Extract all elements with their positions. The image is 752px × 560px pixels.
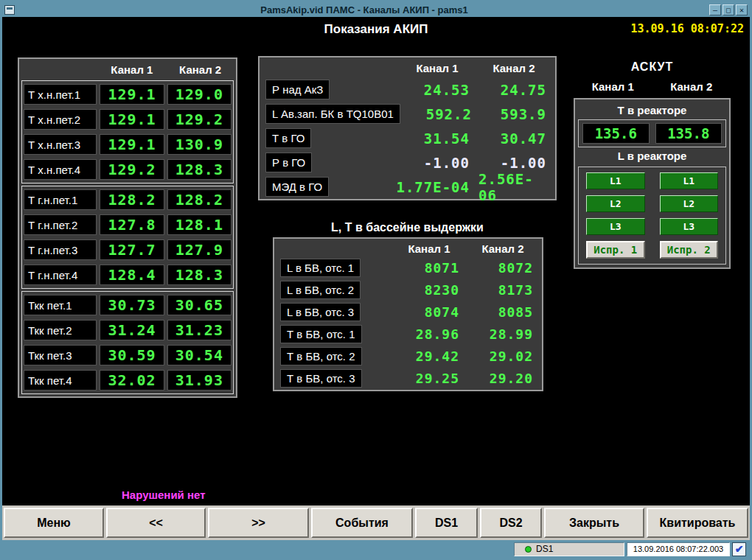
row-label: Ткк пет.2 [24,320,97,340]
loop-temps-header: Канал 1 Канал 2 [19,59,236,79]
tkk-group: Ткк пет.1 30.73 30.65 Ткк пет.2 31.24 31… [21,291,234,394]
value-ch1: 8074 [396,303,462,321]
back-button[interactable]: << [106,508,206,538]
row-label: L в БВ, отс. 2 [280,281,361,299]
value-ch2: 128.3 [167,265,231,285]
value-ch1: 30.73 [100,295,164,315]
table-row: Т х.н.пет.3 129.1 130.9 [23,132,232,157]
value-ch2: 30.47 [478,128,549,148]
forward-button[interactable]: >> [208,508,309,538]
row-label: Т г.н.пет.3 [24,239,97,260]
value-ch1: 129.1 [100,134,164,155]
row-label: Т в БВ, отс. 2 [280,347,362,365]
value-ch1: 31.54 [402,128,473,148]
row-label: L Ав.зап. БК в TQ10B01 [265,104,400,124]
value-ch2: 30.65 [167,295,231,315]
cold-leg-group: Т х.н.пет.1 129.1 129.0 Т х.н.пет.2 129.… [21,80,234,183]
row-label: Т х.н.пет.4 [24,159,97,180]
l3-channel1-button[interactable]: L3 [586,218,645,235]
value-ch2: 2.56E-06 [478,177,549,197]
table-row: Т х.н.пет.4 129.2 128.3 [23,157,232,182]
value-ch1: 128.2 [100,189,164,210]
acknowledge-button[interactable]: Квитировать [647,508,748,538]
table-row: L в БВ, отс. 3 8074 8085 [274,301,542,323]
l1-channel1-button[interactable]: L1 [586,172,645,189]
ds1-indicator: DS1 [514,542,624,556]
value-ch1: 1.77E-04 [361,177,473,197]
row-label: Р в ГО [265,153,312,172]
row-label: МЭД в ГО [265,177,329,197]
l2-channel2-button[interactable]: L2 [660,195,719,212]
value-ch2: -1.00 [478,153,549,172]
statusbar: DS1 13.09.2016 08:07:22.003 ✔ [2,540,750,558]
maximize-button[interactable]: □ [723,4,734,15]
l1-channel2-button[interactable]: L1 [660,172,719,189]
ds1-label: DS1 [536,544,553,554]
minimize-button[interactable]: – [709,4,721,15]
value-ch1: 8230 [396,281,462,299]
table-row: Т г.н.пет.4 128.4 128.3 [23,262,232,287]
l3-channel2-button[interactable]: L3 [660,218,719,235]
column-header-ch1: Канал 1 [574,80,652,93]
ds2-button[interactable]: DS2 [480,508,542,538]
value-ch2: 28.99 [470,325,536,343]
value-ch2: 8072 [470,259,536,277]
value-ch1: 29.42 [396,347,462,365]
close-button[interactable]: ✕ [736,4,748,15]
row-label: L в БВ, отс. 3 [280,303,361,321]
loop-temps-panel: Канал 1 Канал 2 Т х.н.пет.1 129.1 129.0 … [18,57,237,398]
value-ch2: 31.93 [167,370,231,391]
row-label: Т в ГО [265,128,311,148]
pool-header: Канал 1 Канал 2 [274,239,542,257]
ds1-button[interactable]: DS1 [415,508,478,538]
value-ch2: 127.9 [167,239,231,260]
params-panel: Канал 1 Канал 2 Р над АкЗ 24.53 24.75 L … [258,56,557,200]
column-header-ch2: Канал 2 [652,80,731,93]
column-header-ch2: Канал 2 [470,242,536,255]
value-ch2: 8085 [470,303,536,321]
repair-channel1-button[interactable]: Испр. 1 [586,241,645,259]
value-ch2: 30.54 [167,345,231,365]
table-row: Т г.н.пет.3 127.7 127.9 [23,237,232,262]
table-row: L в БВ, отс. 1 8071 8072 [274,257,542,279]
row-label: Ткк пет.4 [24,370,97,391]
pool-panel: Канал 1 Канал 2 L в БВ, отс. 1 8071 8072… [273,237,543,391]
value-ch2: 129.0 [167,84,231,105]
value-ch2: 128.1 [167,214,231,235]
askut-column-headers: Канал 1 Канал 2 [574,80,731,93]
column-header-ch1: Канал 1 [100,63,165,76]
params-header: Канал 1 Канал 2 [260,57,555,77]
repair-channel2-button[interactable]: Испр. 2 [660,241,719,259]
value-ch1: -1.00 [402,153,473,172]
window-title: PamsAkip.vid ПАМС - Каналы АКИП - pams1 [19,4,709,15]
reactor-level-buttons: L1 L1 L2 L2 L3 L3 Испр. 1 Испр. 2 [578,167,726,265]
statusbar-checkbox[interactable]: ✔ [732,542,746,556]
events-button[interactable]: События [311,508,413,538]
value-ch2: 29.02 [470,347,536,365]
value-ch1: 592.2 [406,104,475,124]
menu-button[interactable]: Меню [4,508,104,538]
l2-channel1-button[interactable]: L2 [586,195,645,212]
value-ch1: 127.7 [100,239,164,260]
value-ch2: 130.9 [167,134,231,155]
row-label: Т в БВ, отс. 3 [280,369,362,388]
table-row: Т в БВ, отс. 2 29.42 29.02 [274,346,542,368]
row-label: Р над АкЗ [265,80,330,99]
value-ch1: 28.96 [396,325,462,343]
row-label: Т г.н.пет.4 [24,265,97,285]
row-label: Т х.н.пет.3 [24,134,97,155]
alarm-status-text: Нарушений нет [122,489,206,501]
table-row: Т в ГО 31.54 30.47 [260,126,555,150]
value-ch1: 8071 [396,259,462,277]
window-controls: – □ ✕ [709,4,748,15]
reactor-temp-title: Т в реакторе [577,102,727,119]
value-ch2: 128.3 [167,159,231,180]
table-row: Ткк пет.4 32.02 31.93 [23,368,232,393]
close-view-button[interactable]: Закрыть [544,508,644,538]
value-ch1: 127.8 [100,214,164,235]
row-label: Т в БВ, отс. 1 [280,325,362,343]
window-menu-icon[interactable] [4,5,15,15]
table-row: Т в БВ, отс. 1 28.96 28.99 [274,323,542,346]
row-label: Т г.н.пет.2 [24,214,97,235]
value-ch2: 129.2 [167,109,231,130]
